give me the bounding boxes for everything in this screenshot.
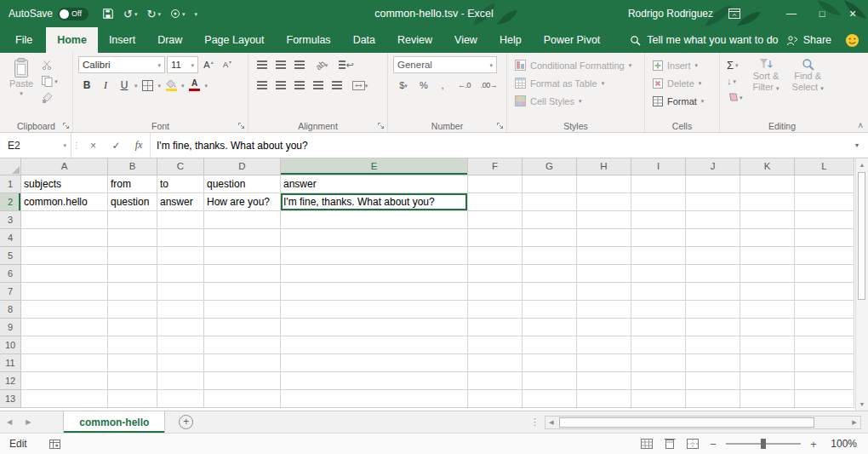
cell-F9[interactable]	[468, 319, 523, 336]
cell-B1[interactable]: from	[108, 175, 157, 193]
fill-color-button[interactable]	[163, 77, 180, 94]
cell-A9[interactable]	[21, 319, 108, 336]
decrease-decimal-button[interactable]: .00→	[477, 77, 500, 94]
tab-insert[interactable]: Insert	[98, 27, 146, 53]
share-button[interactable]: Share	[786, 27, 831, 53]
font-dialog-launcher[interactable]	[237, 122, 245, 129]
number-format-select[interactable]: General ▾	[393, 56, 497, 73]
increase-indent-button[interactable]	[328, 77, 345, 94]
customize-qat-button[interactable]: ▾	[194, 11, 197, 17]
tab-scroll-splitter[interactable]: ⋮	[525, 417, 545, 428]
alignment-dialog-launcher[interactable]	[377, 122, 385, 129]
tab-data[interactable]: Data	[342, 27, 386, 53]
close-button[interactable]: ×	[837, 0, 868, 27]
align-left-button[interactable]	[254, 77, 271, 94]
cell-J1[interactable]	[686, 175, 740, 193]
format-painter-button[interactable]	[40, 90, 60, 104]
cell-F4[interactable]	[468, 229, 523, 247]
undo-button[interactable]: ↺▾	[123, 8, 137, 20]
cell-C2[interactable]: answer	[157, 193, 204, 211]
cell-E7[interactable]	[281, 283, 468, 301]
autosum-button[interactable]: Σ▾	[725, 58, 745, 72]
decrease-indent-button[interactable]	[310, 77, 327, 94]
cell-F11[interactable]	[468, 354, 523, 372]
cell-J11[interactable]	[686, 354, 740, 372]
cell-D10[interactable]	[204, 336, 281, 354]
cell-J3[interactable]	[686, 211, 740, 229]
cell-F3[interactable]	[468, 211, 523, 229]
conditional-formatting-button[interactable]: Conditional Formatting ▾	[512, 56, 640, 74]
cell-E5[interactable]	[281, 247, 468, 265]
tab-formulas[interactable]: Formulas	[276, 27, 342, 53]
tell-me-search[interactable]: Tell me what you want to do	[630, 27, 778, 53]
copy-button[interactable]: ▾	[40, 74, 60, 88]
cell-D13[interactable]	[204, 390, 281, 408]
cell-F13[interactable]	[468, 390, 523, 408]
cell-K6[interactable]	[740, 265, 795, 283]
cell-E3[interactable]	[281, 211, 468, 229]
cell-J5[interactable]	[686, 247, 740, 265]
cancel-entry-button[interactable]: ×	[82, 133, 105, 158]
cell-I4[interactable]	[631, 229, 686, 247]
cell-E10[interactable]	[281, 336, 468, 354]
cell-I5[interactable]	[631, 247, 686, 265]
clear-button[interactable]: ▾	[725, 90, 745, 104]
cell-B12[interactable]	[108, 372, 157, 390]
cell-styles-button[interactable]: Cell Styles ▾	[512, 92, 640, 110]
cell-J10[interactable]	[686, 336, 740, 354]
cell-I12[interactable]	[631, 372, 686, 390]
cell-K9[interactable]	[740, 319, 795, 336]
cell-K13[interactable]	[740, 390, 795, 408]
cell-H12[interactable]	[577, 372, 631, 390]
cell-J12[interactable]	[686, 372, 740, 390]
column-header-A[interactable]: A	[21, 158, 108, 175]
cell-K2[interactable]	[740, 193, 795, 211]
collapse-ribbon-button[interactable]: ˄	[858, 121, 863, 130]
scroll-left-icon[interactable]: ◀	[545, 419, 557, 426]
zoom-slider[interactable]	[726, 438, 801, 450]
align-center-button[interactable]	[272, 77, 289, 94]
cell-A10[interactable]	[21, 336, 108, 354]
cell-I6[interactable]	[631, 265, 686, 283]
column-header-D[interactable]: D	[204, 158, 281, 175]
cell-A11[interactable]	[21, 354, 108, 372]
align-top-button[interactable]	[254, 56, 271, 73]
cell-B7[interactable]	[108, 283, 157, 301]
scroll-down-icon[interactable]: ▼	[859, 398, 865, 411]
paste-button[interactable]: Paste ▾	[5, 56, 37, 104]
autosave-toggle[interactable]: AutoSave Off	[9, 8, 89, 20]
cell-F6[interactable]	[468, 265, 523, 283]
cell-C11[interactable]	[157, 354, 204, 372]
cell-G6[interactable]	[523, 265, 577, 283]
cell-J4[interactable]	[686, 229, 740, 247]
enter-entry-button[interactable]: ✓	[105, 133, 128, 158]
minimize-button[interactable]: —	[776, 0, 807, 27]
select-all-corner[interactable]	[0, 158, 21, 175]
cell-H7[interactable]	[577, 283, 631, 301]
cell-H13[interactable]	[577, 390, 631, 408]
accounting-format-button[interactable]: $▾	[393, 77, 414, 94]
column-header-B[interactable]: B	[108, 158, 157, 175]
cell-C10[interactable]	[157, 336, 204, 354]
borders-dropdown-icon[interactable]: ▾	[158, 83, 162, 89]
cell-G4[interactable]	[523, 229, 577, 247]
format-as-table-button[interactable]: Format as Table ▾	[512, 74, 640, 92]
cell-F12[interactable]	[468, 372, 523, 390]
cell-B5[interactable]	[108, 247, 157, 265]
cell-C8[interactable]	[157, 301, 204, 319]
cell-I2[interactable]	[631, 193, 686, 211]
cell-F2[interactable]	[468, 193, 523, 211]
cell-H6[interactable]	[577, 265, 631, 283]
cell-L12[interactable]	[795, 372, 854, 390]
cell-C13[interactable]	[157, 390, 204, 408]
cell-J6[interactable]	[686, 265, 740, 283]
cell-H10[interactable]	[577, 336, 631, 354]
cell-A13[interactable]	[21, 390, 108, 408]
row-header-12[interactable]: 12	[0, 372, 21, 390]
cell-H4[interactable]	[577, 229, 631, 247]
tab-review[interactable]: Review	[386, 27, 443, 53]
redo-dropdown-icon[interactable]: ▾	[157, 11, 161, 17]
cell-K1[interactable]	[740, 175, 795, 193]
cell-L6[interactable]	[795, 265, 854, 283]
fill-button[interactable]: ↓▾	[725, 74, 745, 88]
